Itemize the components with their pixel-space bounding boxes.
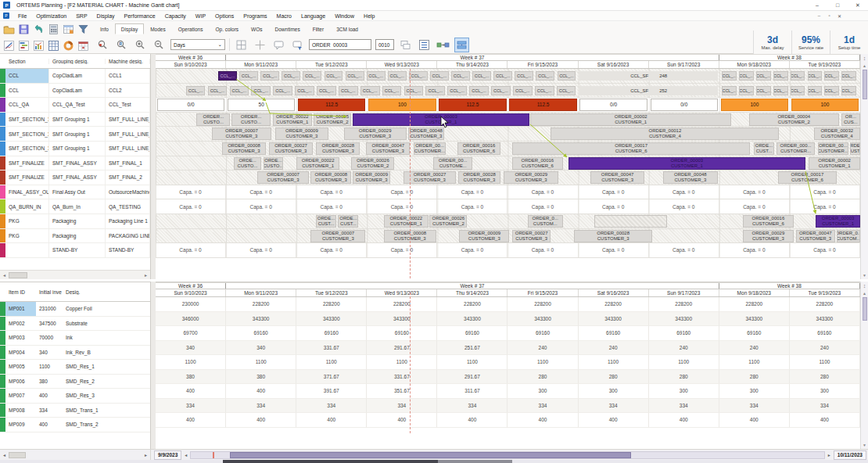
item-row[interactable]: MP008334SMD_Trans_1 <box>0 404 150 418</box>
scroll-up-icon[interactable]: ▲ <box>863 291 866 296</box>
gantt-bar-ccl[interactable]: CCL_... <box>824 86 839 95</box>
item-id-cell[interactable]: MP007 <box>5 389 36 403</box>
gantt-bar-ccl[interactable]: CCL_... <box>791 86 805 95</box>
tab-filter[interactable]: Filter <box>307 23 330 34</box>
gantt-bar-ccl[interactable]: CCL_... <box>513 86 533 95</box>
capacity-load-cell[interactable]: 100 <box>721 99 788 111</box>
item-row[interactable]: MP009400SMD_Trans_2 <box>0 418 150 432</box>
calendar-icon[interactable] <box>76 38 91 53</box>
gantt-bar-ccl[interactable]: CCL_... <box>339 86 358 95</box>
gantt-bar-ccl[interactable]: CCL_... <box>472 71 491 81</box>
fit-view-icon[interactable] <box>454 38 469 52</box>
inventory-vscrollbar[interactable]: ↕ ▲ ▼ <box>860 282 868 449</box>
scroll-up-icon[interactable]: ▲ <box>863 63 866 68</box>
gantt-bar-ccl[interactable]: CCL_... <box>425 86 445 95</box>
machine-row[interactable]: CCLCopCladLamCCL2 <box>0 84 150 99</box>
item-row[interactable]: MP002347500Substrate <box>0 317 150 332</box>
zoom-in-icon[interactable] <box>133 38 148 52</box>
gantt-bar-ORDE...[interactable]: ORDE...CUST... <box>316 215 335 228</box>
scroll-right-icon[interactable]: ▸ <box>142 452 150 458</box>
gantt-bar-ccl[interactable]: CCL_... <box>808 71 823 81</box>
timeline-scroll-right-icon[interactable]: ▸ <box>825 452 834 458</box>
machine-row[interactable]: SMT_FINALIZESMT_FINAL_ASSYSMT_FINAL_1 <box>0 156 150 171</box>
routing-icon[interactable] <box>436 38 450 52</box>
item-id-cell[interactable]: MP009 <box>5 418 36 432</box>
capacity-load-cell[interactable]: 50 <box>228 99 295 111</box>
machine-row[interactable]: SMT_SECTION_1SMT Grouping 1SMT_FULL_LINE… <box>0 113 150 127</box>
scroll-right-icon[interactable]: ▸ <box>142 272 150 278</box>
gantt-bar-ORDER_00029[interactable]: ORDER_00029CUSTOMER_3 <box>743 230 794 242</box>
grouping-cell[interactable]: CCL_QA_Test <box>49 98 106 112</box>
machine-row[interactable]: CCLCopCladLamCCL1 <box>0 69 150 84</box>
item-id-cell[interactable]: MP001 <box>5 302 36 316</box>
tab-op-colors[interactable]: Op. colors <box>209 23 245 34</box>
zoom-reset-icon[interactable]: R <box>114 38 129 52</box>
gantt-bar-ccl[interactable]: CCL_... <box>841 86 856 95</box>
gantt-bar-ORDER_00017[interactable]: ORDER_00017CUSTOMER_6 <box>778 171 838 184</box>
gantt-bar-ORDER_00...[interactable]: ORDER_00...CUSTOME... <box>433 157 472 170</box>
open-folder-icon[interactable] <box>2 22 16 37</box>
grouping-cell[interactable]: Packaging <box>49 229 106 243</box>
machine-row[interactable]: SMT_SECTION_1SMT Grouping 1SMT_FULL_LINE… <box>0 142 150 156</box>
menu-options[interactable]: Options <box>210 13 239 19</box>
grouping-cell[interactable]: STAND-BY <box>49 243 106 257</box>
tab-display[interactable]: Display <box>115 23 144 34</box>
machine-row[interactable]: FINAL_ASSY_OUT!Final Assy OutOutsourceMa… <box>0 185 150 200</box>
item-id-cell[interactable]: MP006 <box>5 375 36 389</box>
gantt-bar-ORDER_00022[interactable]: ORDER_00022CUSTOMER_1 <box>384 215 429 228</box>
gantt-bar-ccl[interactable]: CCL_... <box>808 86 823 95</box>
gantt-bar-ccl[interactable]: CCL_... <box>535 86 554 95</box>
gantt-bar-ccl[interactable]: CCL_... <box>430 71 449 81</box>
gantt-bar-ORDER_00016[interactable]: ORDER_00016CUSTOMER_6 <box>457 142 501 155</box>
gantt-bar-ccl[interactable]: CCL_... <box>404 86 424 95</box>
grouping-cell[interactable]: SMT Grouping 1 <box>49 127 106 141</box>
item-row[interactable]: MP00370000Ink <box>0 331 150 346</box>
gantt-bar-ORDER_00004[interactable]: ORDER_00004CUSTOMER_2 <box>749 113 839 126</box>
item-row[interactable]: MP007400SMD_Res_3 <box>0 389 150 404</box>
machine-cell[interactable]: OutsourceMachine <box>106 185 150 199</box>
designation-cell[interactable]: SMD_Res_1 <box>63 360 150 374</box>
table-report-icon[interactable] <box>61 22 76 37</box>
gantt-bar-ccl[interactable]: CCL_... <box>317 86 336 95</box>
gantt-bar-ORDER_00028[interactable]: ORDER_00028CUSTOMER_3 <box>574 230 652 242</box>
machine-cell[interactable]: PACKAGING LINE 2 <box>106 229 150 243</box>
gantt-bar-ccl[interactable]: CCL_... <box>230 86 249 95</box>
gantt-bar-ccl[interactable]: CCL_... <box>756 86 771 95</box>
menu-srp[interactable]: SRP <box>71 13 91 19</box>
gantt-bar-ccl[interactable]: CCL_... <box>186 86 206 95</box>
tooltip-filter-icon[interactable] <box>290 38 305 52</box>
minimize-button[interactable]: – <box>807 0 827 10</box>
gantt-bar-ORDER_0...[interactable]: ORDER_0...CUSTOM... <box>528 215 563 228</box>
machine-cell[interactable]: Packaging Line 1 <box>106 214 150 228</box>
gantt-bar-ccl[interactable]: CCL_... <box>451 71 470 81</box>
gantt-bar-ORDER_00029[interactable]: ORDER_00029CUSTOMER_3 <box>344 127 407 140</box>
gantt-bar-ORDE...[interactable]: ORDE...CUST... <box>754 142 774 155</box>
gantt-bar-ORDE...[interactable]: ORDE...CUSTO... <box>234 157 261 170</box>
gantt-bar-ORDER_00012[interactable]: ORDER_00012CUSTOMER_4 <box>551 127 779 140</box>
capacity-load-cell[interactable]: 0/0 <box>157 99 224 111</box>
gantt-bar-ORDER_00008[interactable]: ORDER_00008CUSTOMER_3 <box>310 171 351 184</box>
gantt-bar-ccl[interactable]: CCL_... <box>493 71 512 81</box>
list-view-icon[interactable] <box>417 38 432 52</box>
designation-cell[interactable]: SMD_Trans_1 <box>63 404 150 418</box>
designation-cell[interactable]: Ink <box>63 331 150 345</box>
item-row[interactable]: MP0051100SMD_Res_1 <box>0 360 150 375</box>
line-chart-icon[interactable] <box>2 38 16 53</box>
item-id-cell[interactable]: MP003 <box>5 331 36 345</box>
section-cell[interactable]: SMT_SECTION_1 <box>5 127 49 141</box>
gantt-bar-ORDER_000...[interactable]: ORDER_000...CUSTOMER... <box>777 142 816 155</box>
maximize-button[interactable]: □ <box>827 0 848 10</box>
gantt-bar-ccl[interactable]: CCL_... <box>491 86 511 95</box>
gantt-bar-ORDER_00007[interactable]: ORDER_00007CUSTOMER_3 <box>310 230 365 242</box>
item-row[interactable]: MP001231000Copper Foil <box>0 302 150 317</box>
grouping-cell[interactable]: CopCladLam <box>49 69 106 83</box>
gantt-bar-ORDER_00007[interactable]: ORDER_00007CUSTOMER_3 <box>212 127 271 140</box>
crosshair-icon[interactable] <box>253 38 267 52</box>
tab-operations[interactable]: Operations <box>172 23 210 34</box>
tab-wos[interactable]: WOs <box>245 23 268 34</box>
gantt-bar-ccl[interactable]: CCL_... <box>773 71 788 81</box>
gantt-bar-ccl[interactable]: CCL_... <box>273 86 292 95</box>
gantt-bar-ORDER_00009[interactable]: ORDER_00009CUSTOMER_3 <box>459 230 509 242</box>
machine-row[interactable]: SMT_SECTION_1SMT Grouping 1SMT_FULL_LINE… <box>0 127 150 142</box>
initial-inventory-cell[interactable]: 400 <box>36 389 63 403</box>
